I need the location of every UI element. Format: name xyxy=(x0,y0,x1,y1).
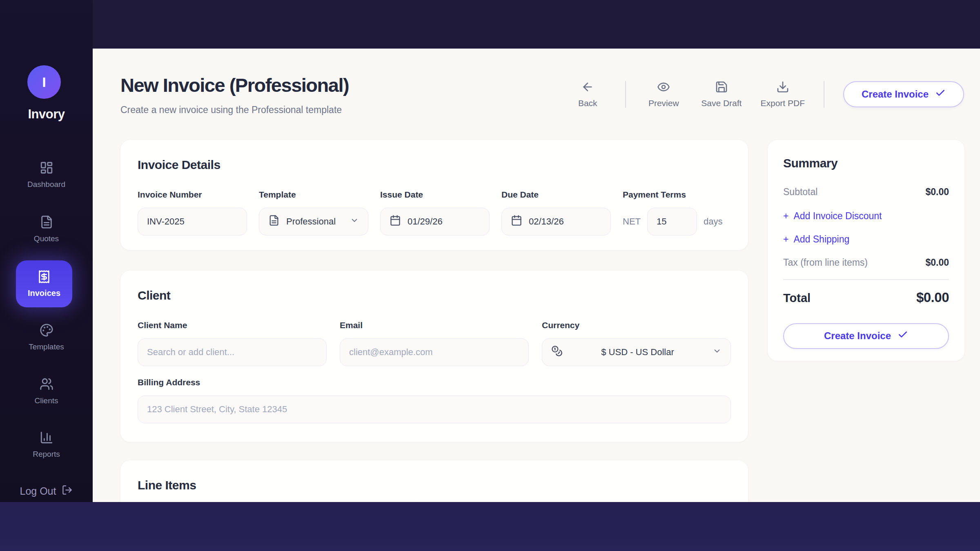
client-card: Client Client Name Email Currency $ USD … xyxy=(120,271,748,442)
issue-date-label: Issue Date xyxy=(380,190,490,200)
subtotal-value: $0.00 xyxy=(925,187,949,198)
app-logo: I xyxy=(27,65,61,99)
due-date-label: Due Date xyxy=(501,190,611,200)
summary-card: Summary Subtotal $0.00 + Add Invoice Dis… xyxy=(768,140,964,361)
invoice-number-input-wrap xyxy=(138,208,247,236)
back-button[interactable]: Back xyxy=(569,80,606,108)
page-subtitle: Create a new invoice using the Professio… xyxy=(120,104,349,116)
save-icon xyxy=(715,80,728,95)
eye-icon xyxy=(657,80,670,95)
sidebar-item-invoices[interactable]: Invoices xyxy=(16,260,72,307)
client-name-input[interactable] xyxy=(147,339,317,366)
template-select[interactable]: Professional xyxy=(259,208,368,236)
create-invoice-label: Create Invoice xyxy=(824,330,891,342)
billing-address-field: Billing Address xyxy=(138,378,731,423)
currency-value: $ USD - US Dollar xyxy=(569,347,706,358)
sidebar-item-label: Invoices xyxy=(28,289,60,298)
subtotal-label: Subtotal xyxy=(783,187,817,198)
invoice-number-field: Invoice Number xyxy=(138,190,247,236)
clients-icon xyxy=(40,377,53,393)
client-name-input-wrap xyxy=(138,338,327,366)
summary-divider xyxy=(783,279,949,280)
summary-heading: Summary xyxy=(783,156,949,170)
logout-label: Log Out xyxy=(20,485,56,497)
sidebar-item-templates[interactable]: Templates xyxy=(0,323,93,351)
plus-icon: + xyxy=(783,211,788,222)
save-draft-label: Save Draft xyxy=(701,98,742,108)
plus-icon: + xyxy=(783,234,788,245)
due-date-input[interactable]: 02/13/26 xyxy=(501,208,611,236)
issue-date-input[interactable]: 01/29/26 xyxy=(380,208,490,236)
add-shipping-label: Add Shipping xyxy=(793,234,849,245)
sidebar-item-reports[interactable]: Reports xyxy=(0,431,93,459)
logout-button[interactable]: Log Out xyxy=(0,481,93,501)
arrow-left-icon xyxy=(581,80,594,95)
check-icon xyxy=(935,88,946,101)
email-label: Email xyxy=(340,320,529,330)
logout-icon xyxy=(62,484,73,498)
create-invoice-button-summary[interactable]: Create Invoice xyxy=(783,323,949,349)
tax-value: $0.00 xyxy=(925,257,949,268)
billing-address-input[interactable] xyxy=(147,396,722,423)
sidebar-item-clients[interactable]: Clients xyxy=(0,377,93,405)
invoice-details-heading: Invoice Details xyxy=(138,158,731,172)
total-value: $0.00 xyxy=(916,290,949,305)
client-name-field: Client Name xyxy=(138,320,327,366)
add-discount-link[interactable]: + Add Invoice Discount xyxy=(783,211,949,222)
check-icon xyxy=(898,329,908,342)
sidebar-item-label: Reports xyxy=(33,450,60,459)
sidebar-item-label: Templates xyxy=(29,342,64,351)
invoices-icon xyxy=(37,270,51,285)
sidebar-item-dashboard[interactable]: Dashboard xyxy=(0,161,93,189)
due-date-field: Due Date 02/13/26 xyxy=(501,190,611,236)
create-invoice-button[interactable]: Create Invoice xyxy=(843,81,964,107)
invoice-number-label: Invoice Number xyxy=(138,190,247,200)
download-icon xyxy=(776,80,789,95)
email-input-wrap xyxy=(340,338,529,366)
preview-button[interactable]: Preview xyxy=(645,80,682,108)
billing-address-input-wrap xyxy=(138,395,731,423)
email-field: Email xyxy=(340,320,529,366)
line-items-heading: Line Items xyxy=(138,478,731,492)
total-label: Total xyxy=(783,291,811,305)
preview-label: Preview xyxy=(648,98,679,108)
client-heading: Client xyxy=(138,289,731,302)
billing-address-label: Billing Address xyxy=(138,378,731,387)
save-draft-button[interactable]: Save Draft xyxy=(701,80,742,108)
invoice-details-card: Invoice Details Invoice Number Template … xyxy=(120,140,748,250)
payment-terms-suffix: days xyxy=(704,216,722,227)
create-invoice-label: Create Invoice xyxy=(862,89,929,100)
sidebar-item-quotes[interactable]: Quotes xyxy=(0,215,93,243)
reports-icon xyxy=(40,431,53,446)
total-row: Total $0.00 xyxy=(783,290,949,305)
page-head: New Invoice (Professional) Create a new … xyxy=(120,74,349,116)
chevron-down-icon xyxy=(350,216,359,227)
due-date-value: 02/13/26 xyxy=(529,216,564,227)
tax-label: Tax (from line items) xyxy=(783,257,868,268)
payment-terms-input[interactable] xyxy=(657,208,688,235)
tax-row: Tax (from line items) $0.00 xyxy=(783,257,949,268)
currency-field: Currency $ USD - US Dollar xyxy=(542,320,731,366)
main-panel: New Invoice (Professional) Create a new … xyxy=(93,49,980,502)
calendar-icon xyxy=(390,215,401,229)
coins-icon xyxy=(551,345,563,359)
payment-terms-field: Payment Terms NET days xyxy=(623,190,722,236)
add-shipping-link[interactable]: + Add Shipping xyxy=(783,234,949,245)
client-name-label: Client Name xyxy=(138,320,327,330)
payment-terms-input-wrap xyxy=(647,208,697,236)
header-divider xyxy=(625,81,626,108)
invoice-number-input[interactable] xyxy=(147,208,238,235)
sidebar-item-label: Clients xyxy=(34,396,58,405)
export-pdf-label: Export PDF xyxy=(760,98,805,108)
quotes-icon xyxy=(40,215,53,231)
template-label: Template xyxy=(259,190,368,200)
template-value: Professional xyxy=(286,216,343,227)
file-icon xyxy=(268,215,280,229)
email-input[interactable] xyxy=(349,339,519,366)
export-pdf-button[interactable]: Export PDF xyxy=(760,80,805,108)
issue-date-value: 01/29/26 xyxy=(408,216,443,227)
issue-date-field: Issue Date 01/29/26 xyxy=(380,190,490,236)
sidebar-item-label: Dashboard xyxy=(27,180,65,189)
currency-label: Currency xyxy=(542,320,731,330)
currency-select[interactable]: $ USD - US Dollar xyxy=(542,338,731,366)
